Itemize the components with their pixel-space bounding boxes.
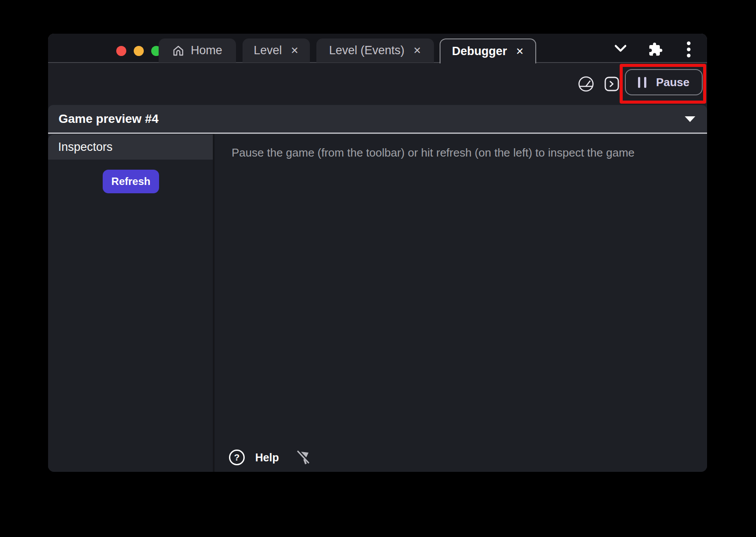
- tab-home-label: Home: [191, 44, 222, 57]
- chevron-down-icon[interactable]: [613, 43, 628, 54]
- tab-level-label: Level: [254, 44, 282, 57]
- game-preview-header: Game preview #4: [48, 105, 707, 133]
- home-icon: [172, 45, 184, 57]
- svg-text:?: ?: [234, 452, 240, 462]
- tab-debugger-close-icon[interactable]: ✕: [516, 47, 524, 56]
- puzzle-extension-icon[interactable]: [648, 42, 663, 57]
- desktop-background: Home Level ✕ Level (Events) ✕ Debugger ✕: [0, 0, 756, 537]
- tab-level-close-icon[interactable]: ✕: [291, 46, 298, 56]
- inspector-main-panel: Pause the game (from the toolbar) or hit…: [215, 134, 707, 472]
- refresh-button[interactable]: Refresh: [103, 170, 159, 193]
- preview-dropdown-caret-icon[interactable]: [685, 116, 695, 122]
- help-icon: ?: [228, 449, 246, 466]
- panel-footer: ? Help: [228, 448, 313, 467]
- close-window-button[interactable]: [116, 46, 126, 56]
- game-preview-title: Game preview #4: [59, 112, 159, 126]
- pause-button[interactable]: Pause: [625, 69, 703, 95]
- title-bar: Home Level ✕ Level (Events) ✕ Debugger ✕: [48, 34, 707, 63]
- inspectors-header-label: Inspectors: [58, 140, 113, 154]
- tab-debugger[interactable]: Debugger ✕: [440, 38, 536, 63]
- pause-bars-icon: [638, 77, 646, 88]
- debugger-content: Inspectors Refresh Pause the game (from …: [48, 134, 707, 472]
- inspectors-header: Inspectors: [48, 135, 213, 160]
- help-button-label: Help: [255, 451, 279, 464]
- tab-home[interactable]: Home: [159, 38, 236, 63]
- help-button[interactable]: ? Help: [228, 449, 279, 466]
- inspectors-sidebar: Inspectors Refresh: [48, 134, 213, 472]
- app-window: Home Level ✕ Level (Events) ✕ Debugger ✕: [48, 34, 707, 472]
- console-icon[interactable]: [604, 76, 620, 92]
- pin-off-icon[interactable]: [295, 448, 313, 467]
- tab-level[interactable]: Level ✕: [243, 38, 310, 63]
- kebab-menu-icon[interactable]: [686, 41, 691, 58]
- tab-level-events-label: Level (Events): [329, 44, 405, 57]
- tab-level-events-close-icon[interactable]: ✕: [413, 46, 421, 56]
- profiler-gauge-icon[interactable]: [578, 76, 594, 92]
- tab-level-events[interactable]: Level (Events) ✕: [316, 38, 434, 63]
- pause-button-label: Pause: [656, 76, 690, 89]
- tab-debugger-label: Debugger: [452, 45, 507, 58]
- empty-state-message: Pause the game (from the toolbar) or hit…: [232, 146, 635, 160]
- minimize-window-button[interactable]: [134, 46, 144, 56]
